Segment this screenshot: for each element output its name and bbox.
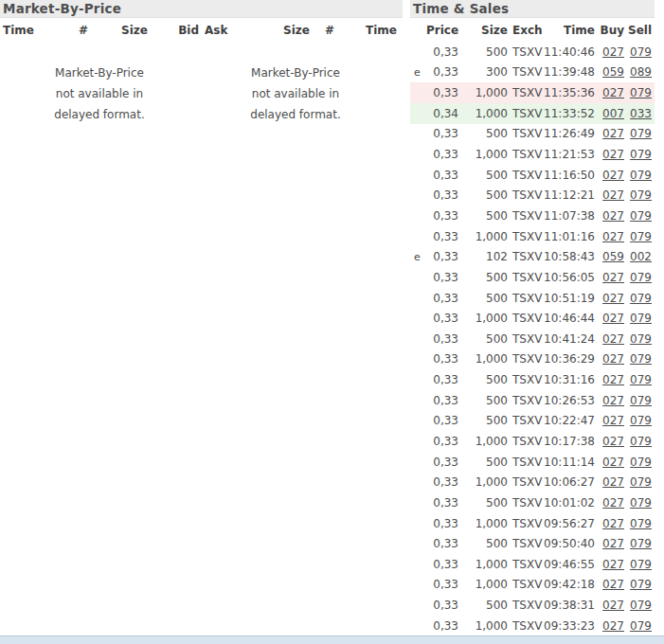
buy-broker-link[interactable]: 027 bbox=[602, 435, 624, 448]
trade-size: 500 bbox=[458, 373, 508, 386]
buy-broker-link[interactable]: 027 bbox=[602, 599, 624, 612]
trade-row: e 0,33 300 TSXV 11:39:48 059 089 bbox=[410, 63, 655, 83]
sell-broker-link[interactable]: 079 bbox=[630, 352, 652, 366]
sell-broker-link[interactable]: 079 bbox=[630, 373, 652, 386]
buy-broker-link[interactable]: 027 bbox=[602, 517, 624, 530]
trade-row: 0,33 500 TSXV 10:56:05 027 079 bbox=[410, 267, 655, 288]
trade-time: 09:56:27 bbox=[542, 517, 595, 530]
buy-broker-link[interactable]: 027 bbox=[602, 456, 624, 469]
buy-broker-link[interactable]: 027 bbox=[602, 169, 624, 182]
sell-broker-link[interactable]: 079 bbox=[630, 169, 652, 182]
sell-broker-link[interactable]: 079 bbox=[630, 209, 652, 223]
buy-broker-link[interactable]: 027 bbox=[602, 414, 624, 427]
sell-broker-link[interactable]: 079 bbox=[630, 414, 652, 427]
sell-broker-link[interactable]: 079 bbox=[630, 292, 652, 305]
sell-broker-link[interactable]: 079 bbox=[630, 271, 652, 284]
sell-broker-link[interactable]: 079 bbox=[630, 537, 652, 550]
sell-broker-link[interactable]: 079 bbox=[630, 456, 652, 469]
sell-broker-link[interactable]: 079 bbox=[630, 558, 652, 571]
trade-price: 0,33 bbox=[426, 292, 458, 305]
trade-size: 500 bbox=[458, 599, 508, 612]
sell-broker-link[interactable]: 079 bbox=[630, 619, 652, 633]
buy-broker-link[interactable]: 027 bbox=[602, 558, 624, 571]
trade-size: 1,000 bbox=[458, 86, 508, 99]
sell-broker-link[interactable]: 079 bbox=[630, 475, 652, 489]
mbp-col-count-bid: # bbox=[62, 24, 88, 42]
sell-broker-link[interactable]: 079 bbox=[630, 45, 652, 59]
trade-time: 10:31:16 bbox=[542, 373, 595, 386]
buy-broker-link[interactable]: 027 bbox=[602, 45, 624, 59]
trade-row: 0,33 500 TSXV 11:07:38 027 079 bbox=[410, 206, 655, 226]
trade-size: 500 bbox=[458, 292, 508, 305]
trade-size: 1,000 bbox=[458, 475, 508, 489]
sell-broker-link[interactable]: 079 bbox=[630, 188, 652, 202]
buy-broker-link[interactable]: 027 bbox=[602, 188, 624, 202]
sell-broker-link[interactable]: 079 bbox=[630, 230, 652, 243]
sell-broker-link[interactable]: 079 bbox=[630, 394, 652, 407]
buy-broker-link[interactable]: 027 bbox=[602, 271, 624, 284]
buy-broker-link[interactable]: 027 bbox=[602, 537, 624, 550]
trade-size: 500 bbox=[458, 45, 508, 59]
buy-broker-link[interactable]: 027 bbox=[602, 148, 624, 161]
trade-row: 0,33 500 TSXV 10:51:19 027 079 bbox=[410, 288, 655, 309]
trade-price: 0,33 bbox=[426, 578, 458, 591]
buy-broker-link[interactable]: 027 bbox=[602, 475, 624, 489]
trade-exchange: TSXV bbox=[508, 127, 542, 140]
buy-broker-link[interactable]: 027 bbox=[602, 230, 624, 243]
buy-broker-link[interactable]: 059 bbox=[602, 65, 624, 79]
sell-broker-link[interactable]: 079 bbox=[630, 517, 652, 530]
trade-exchange: TSXV bbox=[508, 394, 542, 407]
buy-broker-link[interactable]: 027 bbox=[602, 292, 624, 305]
ask-message-line: delayed format. bbox=[239, 104, 352, 125]
buy-broker-link[interactable]: 027 bbox=[602, 209, 624, 223]
market-by-price-header-row: Time # Size Bid Ask Size # Time bbox=[0, 18, 403, 42]
sell-broker-link[interactable]: 033 bbox=[630, 107, 652, 120]
mbp-col-size-ask: Size bbox=[233, 24, 310, 42]
trade-price: 0,33 bbox=[426, 517, 458, 530]
trade-exchange: TSXV bbox=[508, 45, 542, 59]
sell-broker-link[interactable]: 079 bbox=[630, 578, 652, 591]
buy-broker-link[interactable]: 027 bbox=[602, 373, 624, 386]
buy-broker-link[interactable]: 027 bbox=[602, 352, 624, 366]
trade-exchange: TSXV bbox=[508, 619, 542, 633]
trade-price: 0,33 bbox=[426, 558, 458, 571]
trade-size: 300 bbox=[458, 65, 508, 79]
sell-broker-link[interactable]: 079 bbox=[630, 435, 652, 448]
sell-broker-link[interactable]: 079 bbox=[630, 496, 652, 510]
time-and-sales-panel: Time & Sales Price Size Exch Time Buy Se… bbox=[410, 0, 655, 635]
sell-broker-link[interactable]: 079 bbox=[630, 127, 652, 140]
trade-time: 10:22:47 bbox=[542, 414, 595, 427]
horizontal-scrollbar[interactable] bbox=[0, 635, 664, 644]
trade-exchange: TSXV bbox=[508, 292, 542, 305]
trade-exchange: TSXV bbox=[508, 537, 542, 550]
sell-broker-link[interactable]: 079 bbox=[630, 148, 652, 161]
buy-broker-link[interactable]: 027 bbox=[602, 312, 624, 325]
trade-time: 10:51:19 bbox=[542, 292, 595, 305]
ts-col-time: Time bbox=[542, 24, 595, 42]
trade-row: 0,34 1,000 TSXV 11:33:52 007 033 bbox=[410, 103, 655, 124]
buy-broker-link[interactable]: 027 bbox=[602, 578, 624, 591]
trade-size: 500 bbox=[458, 169, 508, 182]
buy-broker-link[interactable]: 059 bbox=[602, 250, 624, 263]
ts-col-price: Price bbox=[426, 24, 458, 42]
buy-broker-link[interactable]: 027 bbox=[602, 496, 624, 510]
trade-time: 10:06:27 bbox=[542, 475, 595, 489]
trade-price: 0,33 bbox=[426, 169, 458, 182]
trade-row: 0,33 500 TSXV 11:40:46 027 079 bbox=[410, 42, 655, 63]
buy-broker-link[interactable]: 027 bbox=[602, 86, 624, 99]
sell-broker-link[interactable]: 079 bbox=[630, 599, 652, 612]
sell-broker-link[interactable]: 079 bbox=[630, 332, 652, 346]
sell-broker-link[interactable]: 079 bbox=[630, 312, 652, 325]
trade-row: 0,33 500 TSXV 11:12:21 027 079 bbox=[410, 185, 655, 206]
buy-broker-link[interactable]: 027 bbox=[602, 127, 624, 140]
buy-broker-link[interactable]: 027 bbox=[602, 332, 624, 346]
buy-broker-link[interactable]: 027 bbox=[602, 619, 624, 633]
sell-broker-link[interactable]: 079 bbox=[630, 86, 652, 99]
sell-broker-link[interactable]: 002 bbox=[630, 250, 652, 263]
buy-broker-link[interactable]: 007 bbox=[602, 107, 624, 120]
trade-price: 0,33 bbox=[426, 271, 458, 284]
buy-broker-link[interactable]: 027 bbox=[602, 394, 624, 407]
sell-broker-link[interactable]: 089 bbox=[630, 65, 652, 79]
trade-time: 10:11:14 bbox=[542, 456, 595, 469]
mbp-col-time-bid: Time bbox=[3, 24, 62, 42]
